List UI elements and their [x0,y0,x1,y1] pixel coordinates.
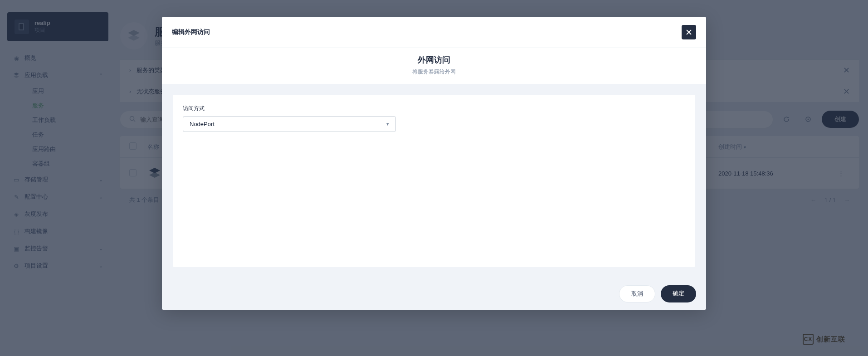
modal-overlay: 编辑外网访问 外网访问 将服务暴露给外网 访问方式 NodePort ▾ 取消 … [0,0,868,356]
caret-down-icon: ▾ [386,121,389,127]
cancel-button[interactable]: 取消 [619,285,655,302]
watermark-text: 创新互联 [816,335,845,344]
watermark: CX 创新互联 [803,334,845,345]
modal-footer: 取消 确定 [162,278,706,310]
select-value: NodePort [190,121,215,127]
watermark-icon: CX [803,334,814,345]
access-mode-select[interactable]: NodePort ▾ [183,116,396,132]
modal-title: 编辑外网访问 [172,28,210,36]
modal-section-sub: 将服务暴露给外网 [162,68,706,76]
modal-close-button[interactable] [682,25,696,39]
modal-card: 访问方式 NodePort ▾ [173,95,695,267]
modal-section-head: 外网访问 将服务暴露给外网 [162,48,706,84]
edit-external-access-modal: 编辑外网访问 外网访问 将服务暴露给外网 访问方式 NodePort ▾ 取消 … [162,17,706,310]
confirm-button[interactable]: 确定 [661,285,696,302]
modal-body: 访问方式 NodePort ▾ [162,84,706,278]
modal-section-title: 外网访问 [162,54,706,65]
access-mode-label: 访问方式 [183,105,685,112]
modal-header: 编辑外网访问 [162,17,706,48]
